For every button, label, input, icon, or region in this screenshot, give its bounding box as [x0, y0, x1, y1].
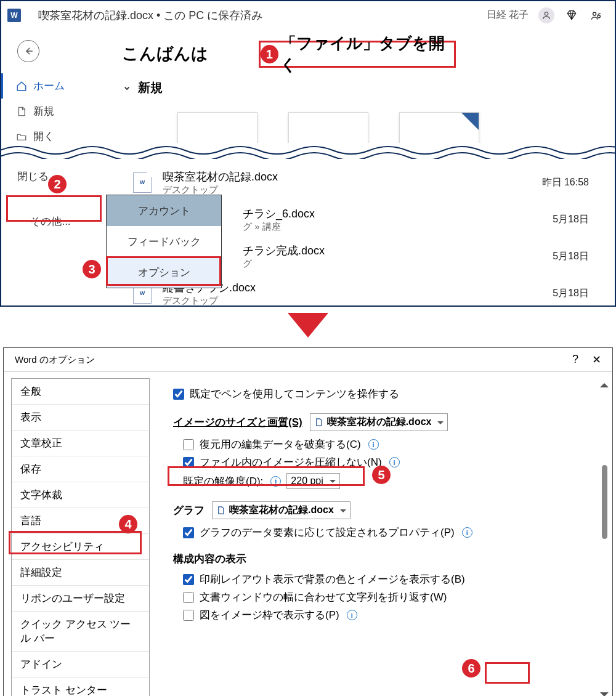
options-advanced-panel: 既定でペンを使用してコンテンツを操作する イメージのサイズと画質(S) 喫茶室花…: [150, 372, 612, 696]
highlight-advanced: [9, 531, 142, 554]
options-dialog: Word のオプション ? ✕ 全般 表示 文章校正 保存 文字体裁 言語 アク…: [3, 347, 613, 696]
nav-open-label: 開く: [33, 129, 54, 144]
section-show-content: 構成内容の表示: [173, 552, 582, 566]
recent-file-name: 喫茶室花材の記録.docx: [163, 169, 278, 184]
word-file-icon: W: [133, 172, 152, 193]
cat-proofing[interactable]: 文章校正: [12, 431, 149, 456]
help-button[interactable]: ?: [572, 353, 578, 366]
document-title: 喫茶室花材の記録.docx • この PC に保存済み: [38, 8, 262, 23]
new-label: 新規: [138, 79, 163, 96]
opt-image-placeholder[interactable]: 図をイメージ枠で表示する(P) i: [183, 608, 582, 622]
opt-pen-input[interactable]: 既定でペンを使用してコンテンツを操作する: [173, 387, 582, 401]
callout-number-3: 3: [83, 260, 101, 278]
section-chart: グラフ 喫茶室花材の記録.docx: [173, 501, 582, 519]
opt-wrap-window[interactable]: 文書ウィンドウの幅に合わせて文字列を折り返す(W): [183, 590, 582, 604]
menu-feedback[interactable]: フィードバック: [107, 226, 221, 257]
backstage-view: W 喫茶室花材の記録.docx • この PC に保存済み 日経 花子: [0, 0, 616, 307]
info-icon[interactable]: i: [462, 527, 472, 538]
cat-qat[interactable]: クイック アクセス ツール バー: [12, 612, 149, 652]
highlight-no-compress: [168, 466, 365, 486]
recent-file-path: グ » 講座: [243, 221, 315, 233]
opt-chart-properties[interactable]: グラフのデータ要素に応じて設定されるプロパティ(P) i: [183, 525, 582, 540]
word-app-icon: W: [7, 9, 21, 22]
opt-frame-checkbox[interactable]: [183, 610, 194, 621]
image-scope-dropdown[interactable]: 喫茶室花材の記録.docx: [310, 413, 448, 431]
highlight-options: [106, 256, 221, 286]
dialog-titlebar: Word のオプション ? ✕: [4, 348, 612, 371]
save-state: • この PC に保存済み: [156, 9, 262, 22]
opt-bg-checkbox[interactable]: [183, 574, 194, 585]
svg-point-1: [593, 12, 596, 15]
info-icon[interactable]: i: [368, 439, 379, 450]
chart-scope-dropdown[interactable]: 喫茶室花材の記録.docx: [212, 501, 351, 519]
premium-diamond-icon[interactable]: [564, 8, 579, 23]
highlight-ok: [485, 662, 530, 684]
opt-pen-checkbox[interactable]: [173, 389, 184, 400]
recent-file-path: グ: [243, 258, 325, 270]
cat-general[interactable]: 全般: [12, 379, 149, 405]
nav-home-label: ホーム: [33, 79, 65, 93]
cat-addins[interactable]: アドイン: [12, 652, 149, 678]
info-icon[interactable]: i: [389, 457, 400, 467]
backstage-lower: 閉じる その他... W 喫茶室花材の記録.docxデスクトップ 昨日 16:5…: [2, 159, 614, 304]
user-name: 日経 花子: [487, 9, 529, 22]
scrollbar[interactable]: [600, 379, 609, 696]
nav-close-label: 閉じる: [17, 169, 49, 184]
scroll-down-icon[interactable]: [600, 692, 609, 696]
nav-new-label: 新規: [33, 104, 54, 118]
callout-number-4: 4: [119, 515, 137, 533]
close-button[interactable]: ✕: [592, 353, 601, 366]
user-avatar[interactable]: [538, 7, 554, 23]
opt-discard-editdata[interactable]: 復元用の編集データを破棄する(C) i: [183, 437, 582, 451]
dialog-title: Word のオプション: [15, 354, 95, 366]
callout-number-6: 6: [462, 659, 480, 678]
nav-home[interactable]: ホーム: [1, 73, 97, 99]
svg-point-2: [598, 15, 600, 17]
callout-number-1: 1: [261, 45, 278, 63]
new-section-header[interactable]: 新規: [122, 79, 609, 96]
cat-typography[interactable]: 文字体裁: [12, 482, 149, 508]
file-name: 喫茶室花材の記録.docx: [38, 9, 153, 22]
callout-number-5: 5: [372, 466, 391, 484]
svg-point-0: [545, 12, 548, 15]
callout-open-file-tab: 1「ファイル」タブを開く: [259, 41, 456, 68]
opt-show-background[interactable]: 印刷レイアウト表示で背景の色とイメージを表示する(B): [183, 572, 582, 586]
recent-file-name: チラシ完成.docx: [243, 243, 325, 258]
flow-arrow-icon: [0, 313, 616, 338]
recent-file-path: デスクトップ: [163, 295, 256, 307]
highlight-more: [6, 195, 102, 222]
recent-file-time: 5月18日: [553, 287, 589, 300]
titlebar-right: 日経 花子: [487, 7, 604, 23]
cat-trustcenter[interactable]: トラスト センター: [12, 678, 149, 696]
callout-number-2: 2: [48, 175, 67, 193]
recent-file-name: チラシ_6.docx: [243, 206, 315, 221]
recent-file-time: 5月18日: [553, 250, 589, 263]
cat-ribbon[interactable]: リボンのユーザー設定: [12, 586, 149, 612]
info-icon[interactable]: i: [347, 610, 357, 620]
section-image-quality: イメージのサイズと画質(S) 喫茶室花材の記録.docx: [173, 413, 582, 431]
cat-advanced[interactable]: 詳細設定: [12, 560, 149, 586]
opt-chartprop-checkbox[interactable]: [183, 527, 194, 538]
share-icon[interactable]: [589, 8, 604, 23]
opt-discard-checkbox[interactable]: [183, 439, 194, 450]
recent-file-time: 5月18日: [553, 213, 589, 226]
opt-wrap-checkbox[interactable]: [183, 592, 194, 603]
back-button[interactable]: [17, 40, 39, 62]
nav-new[interactable]: 新規: [1, 99, 97, 124]
title-bar: W 喫茶室花材の記録.docx • この PC に保存済み 日経 花子: [1, 1, 615, 29]
scroll-up-icon[interactable]: [600, 379, 609, 387]
scroll-thumb[interactable]: [602, 465, 607, 539]
menu-account[interactable]: アカウント: [107, 195, 221, 226]
recent-file-path: デスクトップ: [163, 184, 278, 196]
cat-display[interactable]: 表示: [12, 405, 149, 431]
cat-save[interactable]: 保存: [12, 456, 149, 482]
recent-file-time: 昨日 16:58: [542, 176, 589, 189]
